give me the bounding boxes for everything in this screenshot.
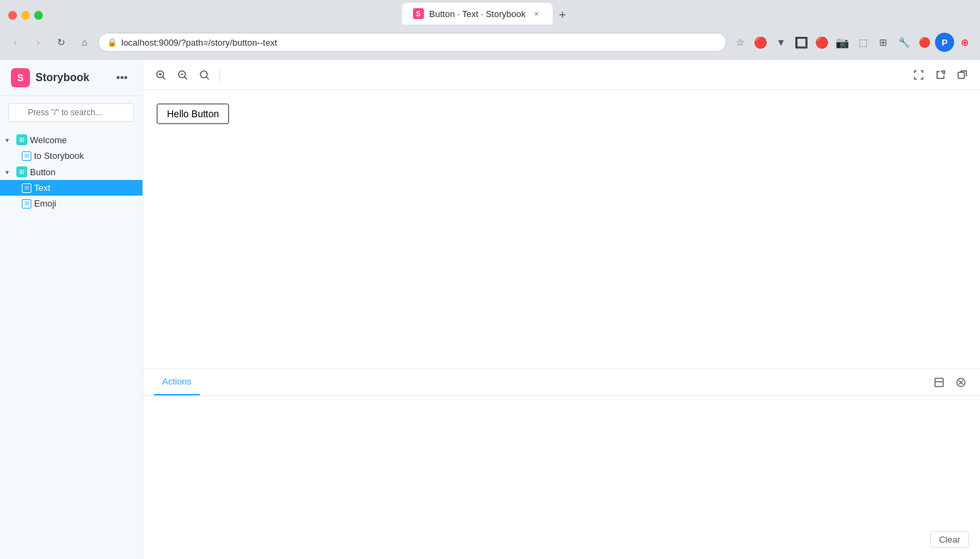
url-text: localhost:9009/?path=/story/button--text [121,37,277,48]
welcome-group-icon: ⊞ [16,134,27,145]
sidebar-menu-button[interactable]: ••• [112,68,132,87]
panel-close-button[interactable] [953,374,969,391]
tab-favicon: S [413,8,424,19]
ext-icon-3[interactable]: 🔲 [792,33,811,52]
svg-line-6 [185,77,187,79]
actions-tab-label: Actions [162,376,192,387]
maximize-traffic-light[interactable] [34,11,43,20]
sidebar-item-welcome[interactable]: ▾ ⊞ Welcome [0,132,142,148]
ext-icon-10[interactable]: ⊕ [955,33,975,52]
zoom-reset-icon [199,70,210,80]
svg-rect-10 [958,72,964,78]
zoom-in-icon [155,70,166,80]
ext-icon-6[interactable]: ⬚ [853,33,872,52]
refresh-button[interactable]: ↻ [52,33,71,52]
fullscreen-button[interactable] [909,65,928,85]
emoji-label: Emoji [34,198,57,209]
close-traffic-light[interactable] [8,11,17,20]
chevron-down-icon-2: ▾ [5,168,14,176]
home-button[interactable]: ⌂ [75,33,94,52]
expand-icon [934,377,945,388]
traffic-lights [8,11,43,20]
canvas-area: Hello Button [143,90,980,368]
tab-close-button[interactable]: × [531,8,542,19]
toolbar-divider [219,68,220,82]
to-storybook-label: to Storybook [34,151,84,161]
ext-icon-9[interactable]: 🔴 [915,33,934,52]
tree-section-welcome: ▾ ⊞ Welcome ⊟ to Storybook [0,132,142,164]
zoom-out-icon [177,70,188,80]
story-icon-emoji: ⊟ [22,199,31,209]
zoom-in-button[interactable] [151,65,170,85]
ext-icon-2[interactable]: ▼ [771,33,791,52]
text-label: Text [34,183,50,193]
new-tab-button[interactable]: + [553,5,572,25]
actions-panel-content: Clear [143,396,980,559]
main-content: Hello Button Actions [143,60,980,559]
copy-link-icon [957,70,968,80]
sidebar-item-button[interactable]: ▾ ⊞ Button [0,164,142,180]
preview-toolbar [143,60,980,90]
ext-icon-7[interactable]: ⊞ [874,33,893,52]
search-input[interactable] [8,103,134,122]
ext-icon-1[interactable]: 🔴 [751,33,770,52]
minimize-traffic-light[interactable] [21,11,30,20]
zoom-reset-button[interactable] [195,65,214,85]
story-icon-to-storybook: ⊟ [22,151,31,161]
app-area: S Storybook ••• 🔍 ▾ ⊞ Welcome ⊟ to [0,60,980,559]
tree-section-button: ▾ ⊞ Button ⊟ Text ⊟ Emoji [0,164,142,211]
ext-icon-5[interactable]: 📷 [833,33,852,52]
tab-actions[interactable]: Actions [154,369,200,395]
welcome-group-label: Welcome [30,135,67,145]
button-group-icon: ⊞ [16,166,27,177]
svg-line-8 [206,77,209,79]
address-bar[interactable]: 🔒 localhost:9009/?path=/story/button--te… [98,33,726,52]
sidebar-title: Storybook [35,72,89,84]
bottom-panel: Actions [143,368,980,559]
svg-rect-12 [935,378,943,387]
lock-icon: 🔒 [107,37,117,47]
sidebar-header: S Storybook ••• [0,60,142,96]
sidebar-item-to-storybook[interactable]: ⊟ to Storybook [0,148,142,164]
sidebar-logo: S Storybook [11,68,89,87]
profile-icon[interactable]: P [935,33,954,52]
open-new-icon [935,70,946,80]
browser-toolbar-icons: ☆ 🔴 ▼ 🔲 🔴 📷 ⬚ ⊞ 🔧 🔴 P ⊕ [731,33,975,52]
back-button[interactable]: ‹ [5,33,25,52]
svg-line-3 [163,77,165,79]
zoom-out-button[interactable] [173,65,192,85]
close-panel-icon [955,377,966,388]
address-bar-row: ‹ › ↻ ⌂ 🔒 localhost:9009/?path=/story/bu… [0,30,980,55]
fullscreen-icon [913,70,924,80]
bottom-tabs: Actions [143,369,980,396]
forward-button[interactable]: › [29,33,48,52]
open-new-button[interactable] [931,65,950,85]
tab-title: Button · Text · Storybook [429,9,525,19]
title-bar: S Button · Text · Storybook × + [0,0,980,30]
copy-link-button[interactable] [953,65,972,85]
button-group-label: Button [30,167,56,177]
nav-tree: ▾ ⊞ Welcome ⊟ to Storybook ▾ ⊞ Button ⊟ [0,129,142,559]
story-icon-text: ⊟ [22,183,31,193]
ext-icon-8[interactable]: 🔧 [894,33,913,52]
sidebar-item-emoji[interactable]: ⊟ Emoji [0,196,142,211]
search-wrapper: 🔍 [8,103,134,122]
search-box-wrapper: 🔍 [0,96,142,129]
active-tab[interactable]: S Button · Text · Storybook × [402,3,553,25]
bottom-tab-right-tools [931,374,969,391]
sidebar: S Storybook ••• 🔍 ▾ ⊞ Welcome ⊟ to [0,60,143,559]
panel-expand-button[interactable] [931,374,947,391]
hello-button[interactable]: Hello Button [157,104,229,124]
bookmark-star-icon[interactable]: ☆ [731,33,750,52]
sidebar-item-text[interactable]: ⊟ Text [0,180,142,196]
preview-right-tools [909,65,972,85]
clear-button[interactable]: Clear [930,531,969,548]
chevron-down-icon: ▾ [5,136,14,144]
storybook-logo-icon: S [11,68,30,87]
ext-icon-4[interactable]: 🔴 [812,33,831,52]
browser-chrome: S Button · Text · Storybook × + ‹ › ↻ ⌂ … [0,0,980,60]
